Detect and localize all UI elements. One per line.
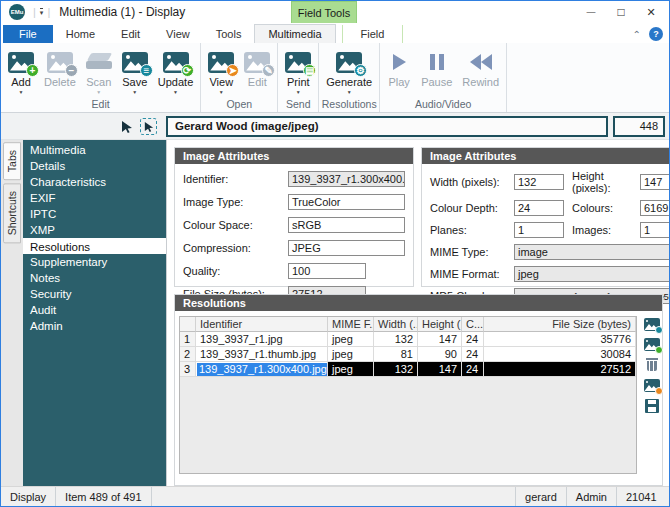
sidebar-item-details[interactable]: Details [23, 158, 166, 174]
ribbon-group-edit: + Add − Delete Scan ≡ Save [1, 43, 201, 112]
view-resolution-icon[interactable] [644, 379, 660, 392]
height-pixels-field[interactable]: 147 [640, 174, 670, 190]
sidebar-item-xmp[interactable]: XMP [23, 222, 166, 238]
colour-space-field[interactable]: sRGB [288, 217, 405, 233]
titlebar-divider [43, 6, 54, 18]
width-pixels-field[interactable]: 132 [514, 174, 564, 190]
save-image-icon: ≡ [122, 52, 148, 73]
close-button[interactable] [637, 2, 665, 22]
sidebar-item-notes[interactable]: Notes [23, 270, 166, 286]
colours-field[interactable]: 6169 [640, 200, 670, 216]
maximize-button[interactable] [607, 2, 635, 22]
colour-space-label: Colour Space: [183, 219, 288, 231]
sidebar-item-supplementary[interactable]: Supplementary [23, 254, 166, 270]
side-tab-shortcuts[interactable]: Shortcuts [3, 183, 21, 243]
image-attributes-panel-left: Image Attributes Identifier: 139_3937_r1… [174, 147, 414, 287]
sidebar-item-audit[interactable]: Audit [23, 302, 166, 318]
tab-file[interactable]: File [3, 25, 53, 43]
select-mode-icon[interactable] [140, 118, 157, 135]
ribbon-group-label-open: Open [203, 98, 275, 112]
view-button-label: View [209, 76, 233, 88]
rewind-button[interactable]: Rewind [457, 45, 504, 88]
tab-home[interactable]: Home [53, 25, 108, 43]
col-width[interactable]: Width (... [374, 317, 418, 332]
planes-field[interactable]: 1 [514, 222, 564, 238]
view-button[interactable]: ➤ View [203, 45, 239, 95]
delete-button[interactable]: − Delete [39, 45, 81, 88]
print-button[interactable]: ▤ Print [280, 45, 316, 95]
col-row-number[interactable] [180, 317, 196, 332]
image-attributes-panel-right: Image Attributes Width (pixels): 132 Hei… [421, 147, 670, 287]
sidebar-item-resolutions[interactable]: Resolutions [23, 238, 166, 254]
images-field[interactable]: 1 [640, 222, 670, 238]
table-row[interactable]: 1 139_3937_r1.jpg jpeg 132 147 24 35776 [180, 332, 636, 347]
cell-identifier-editing[interactable]: 139_3937_r1.300x400.jpg [196, 362, 328, 377]
title-bar: EMu ▾ Multimedia (1) - Display Field Too… [1, 1, 669, 23]
play-icon [393, 54, 406, 70]
delete-resolution-icon[interactable] [646, 358, 658, 372]
update-image-icon: ⟳ [163, 52, 189, 73]
status-record-id: 21041 [617, 487, 669, 506]
colour-depth-label: Colour Depth: [430, 202, 514, 214]
table-row-selected[interactable]: 3 139_3937_r1.300x400.jpg jpeg 132 147 2… [180, 362, 636, 377]
status-bar: Display Item 489 of 491 gerard Admin 210… [1, 486, 669, 506]
side-tab-tabs[interactable]: Tabs [3, 142, 21, 180]
dropdown-caret-icon [219, 88, 224, 95]
col-file-size[interactable]: File Size (bytes) [484, 317, 636, 332]
image-type-field[interactable]: TrueColor [288, 194, 405, 210]
mime-type-field[interactable]: image [514, 244, 670, 260]
resolutions-table: Identifier MIME F... Width (... Height (… [179, 316, 637, 474]
mime-format-field[interactable]: jpeg [514, 266, 670, 282]
app-logo-icon[interactable]: EMu [9, 4, 25, 20]
col-mime-format[interactable]: MIME F... [328, 317, 374, 332]
colours-label: Colours: [564, 202, 640, 214]
save-resolution-icon[interactable] [645, 399, 659, 413]
col-colour-depth[interactable]: C... [462, 317, 484, 332]
tab-multimedia[interactable]: Multimedia [254, 24, 335, 43]
cursor-arrow-icon[interactable] [121, 120, 133, 133]
compression-field[interactable]: JPEG [288, 240, 405, 256]
multimedia-save-icon[interactable] [644, 318, 660, 331]
tab-view[interactable]: View [153, 25, 203, 43]
mime-format-label: MIME Format: [430, 268, 514, 280]
sidebar-item-exif[interactable]: EXIF [23, 190, 166, 206]
colour-depth-field[interactable]: 24 [514, 200, 564, 216]
save-button[interactable]: ≡ Save [117, 45, 153, 95]
col-identifier[interactable]: Identifier [196, 317, 328, 332]
add-button-label: Add [11, 76, 31, 88]
table-row[interactable]: 2 139_3937_r1.thumb.jpg jpeg 81 90 24 30… [180, 347, 636, 362]
tab-field[interactable]: Field [342, 25, 404, 43]
sidebar-item-characteristics[interactable]: Characteristics [23, 174, 166, 190]
generate-button-label: Generate [326, 76, 372, 88]
quality-field[interactable]: 100 [288, 263, 366, 279]
col-height[interactable]: Height (... [418, 317, 462, 332]
add-button[interactable]: + Add [3, 45, 39, 95]
image-type-label: Image Type: [183, 196, 288, 208]
dropdown-caret-icon [173, 88, 178, 95]
sidebar-item-admin[interactable]: Admin [23, 318, 166, 334]
pause-button[interactable]: Pause [416, 45, 457, 88]
print-button-label: Print [287, 76, 310, 88]
sidebar-item-iptc[interactable]: IPTC [23, 206, 166, 222]
edit-image-icon: ✎ [244, 52, 270, 73]
minimize-button[interactable] [577, 2, 605, 22]
edit-open-button[interactable]: ✎ Edit [239, 45, 275, 88]
tab-edit[interactable]: Edit [108, 25, 153, 43]
dropdown-caret-icon [347, 88, 352, 95]
images-label: Images: [564, 224, 640, 236]
cell-identifier: 139_3937_r1.thumb.jpg [196, 347, 328, 362]
body: Tabs Shortcuts Multimedia Details Charac… [1, 140, 669, 486]
collapse-ribbon-icon[interactable] [633, 28, 641, 40]
sidebar-item-multimedia[interactable]: Multimedia [23, 142, 166, 158]
tab-tools[interactable]: Tools [203, 25, 255, 43]
help-icon[interactable] [649, 27, 663, 41]
identifier-field[interactable]: 139_3937_r1.300x400.jpg [288, 171, 405, 187]
update-button[interactable]: ⟳ Update [153, 45, 198, 95]
sidebar-item-security[interactable]: Security [23, 286, 166, 302]
panel-title: Image Attributes [422, 148, 670, 164]
generate-button[interactable]: ⚙ Generate [321, 45, 377, 95]
play-button-label: Play [388, 76, 409, 88]
play-button[interactable]: Play [382, 45, 416, 88]
multimedia-add-icon[interactable] [644, 338, 660, 351]
scan-button[interactable]: Scan [81, 45, 117, 95]
